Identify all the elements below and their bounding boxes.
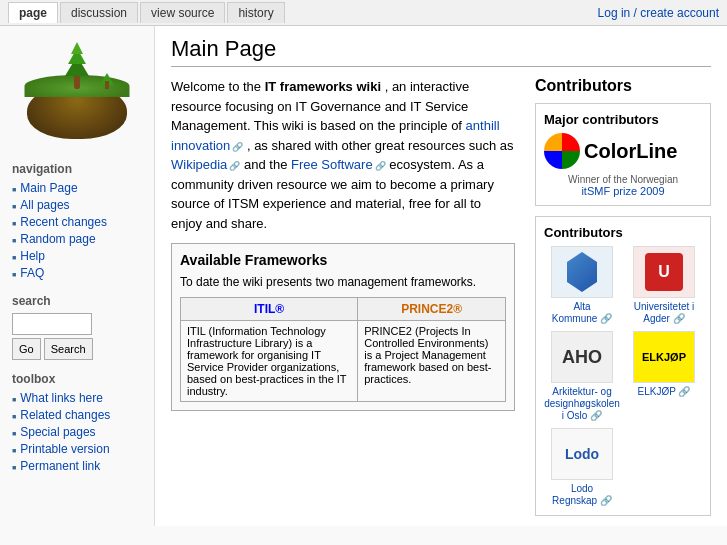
nav-link-recentchanges[interactable]: Recent changes xyxy=(20,215,107,229)
nav-item-recentchanges[interactable]: Recent changes xyxy=(12,214,142,229)
toolbox-item-relatedchanges[interactable]: Related changes xyxy=(12,407,142,422)
toolbox-section: toolbox What links here Related changes … xyxy=(0,364,154,479)
main-body: Welcome to the IT frameworks wiki , an i… xyxy=(171,77,711,516)
tab-history[interactable]: history xyxy=(227,2,284,23)
colorline-prize[interactable]: itSMF prize 2009 xyxy=(544,185,702,197)
search-input[interactable] xyxy=(12,313,92,335)
toolbox-link-printable[interactable]: Printable version xyxy=(20,442,109,456)
major-title: Major contributors xyxy=(544,112,702,127)
alta-name[interactable]: AltaKommune 🔗 xyxy=(552,301,612,325)
frameworks-box: Available Frameworks To date the wiki pr… xyxy=(171,243,515,411)
nav-link-allpages[interactable]: All pages xyxy=(20,198,69,212)
intro2: , as shared with other great resources s… xyxy=(247,138,514,153)
nav-link-faq[interactable]: FAQ xyxy=(20,266,44,280)
toolbox-item-specialpages[interactable]: Special pages xyxy=(12,424,142,439)
fw-table-row: ITIL (Information Technology Infrastruct… xyxy=(181,321,506,402)
tab-bar: page discussion view source history xyxy=(8,2,285,23)
nav-item-faq[interactable]: FAQ xyxy=(12,265,142,280)
logo-area xyxy=(0,34,154,154)
fw-table-header-row: ITIL® PRINCE2® xyxy=(181,298,506,321)
search-section: search Go Search xyxy=(0,286,154,364)
toolbox-link-specialpages[interactable]: Special pages xyxy=(20,425,95,439)
toolbox-link-whatlinks[interactable]: What links here xyxy=(20,391,103,405)
wiki-name-bold: IT frameworks wiki xyxy=(265,79,381,94)
aho-text: AHO xyxy=(562,347,602,368)
aho-name[interactable]: Arkitektur- ogdesignhøgskoleni Oslo 🔗 xyxy=(544,386,620,422)
right-sidebar: Contributors Major contributors ColorLin… xyxy=(531,77,711,516)
wikipedia-link[interactable]: Wikipedia xyxy=(171,157,240,172)
freesoftware-link[interactable]: Free Software xyxy=(291,157,386,172)
aho-logo: AHO xyxy=(551,331,613,383)
toolbox-link-permanent[interactable]: Permanent link xyxy=(20,459,100,473)
tab-view-source[interactable]: view source xyxy=(140,2,225,23)
contrib-item-lodo: Lodo LodoRegnskap 🔗 xyxy=(544,428,620,507)
itil-desc: ITIL (Information Technology Infrastruct… xyxy=(181,321,358,402)
tab-discussion[interactable]: discussion xyxy=(60,2,138,23)
frameworks-desc: To date the wiki presents two management… xyxy=(180,273,506,291)
go-button[interactable]: Go xyxy=(12,338,41,360)
contributors-grid: AltaKommune 🔗 U Universitetet iAgder 🔗 xyxy=(544,246,702,507)
prince2-desc: PRINCE2 (Projects In Controlled Environm… xyxy=(358,321,506,402)
tree-trunk xyxy=(74,75,80,89)
layout: navigation Main Page All pages Recent ch… xyxy=(0,26,727,526)
intro-text: Welcome to the xyxy=(171,79,265,94)
nav-item-help[interactable]: Help xyxy=(12,248,142,263)
nav-item-allpages[interactable]: All pages xyxy=(12,197,142,212)
floating-island xyxy=(22,44,132,139)
contributors-section-title: Contributors xyxy=(544,225,702,240)
nav-link-mainpage[interactable]: Main Page xyxy=(20,181,77,195)
elkjop-logo: ELKJØP xyxy=(633,331,695,383)
colorline-logo: ColorLine xyxy=(544,133,702,169)
frameworks-table: ITIL® PRINCE2® ITIL (Information Technol… xyxy=(180,297,506,402)
elkjop-text: ELKJØP xyxy=(642,351,686,363)
contrib-item-elkjop: ELKJØP ELKJØP 🔗 xyxy=(626,331,702,422)
search-row: Go Search xyxy=(12,338,142,360)
sidebar: navigation Main Page All pages Recent ch… xyxy=(0,26,155,526)
main-text: Welcome to the IT frameworks wiki , an i… xyxy=(171,77,515,516)
tree-small xyxy=(100,73,114,89)
nav-item-mainpage[interactable]: Main Page xyxy=(12,180,142,195)
tab-page[interactable]: page xyxy=(8,2,58,23)
major-contributors-box: Major contributors ColorLine Winner of t… xyxy=(535,103,711,206)
contributors-box: Contributors AltaKommune 🔗 U xyxy=(535,216,711,516)
nav-link-help[interactable]: Help xyxy=(20,249,45,263)
toolbox-list: What links here Related changes Special … xyxy=(12,390,142,473)
search-title: search xyxy=(12,294,142,308)
tree-leaf3 xyxy=(71,42,83,54)
intro3: and the xyxy=(244,157,291,172)
elkjop-name[interactable]: ELKJØP 🔗 xyxy=(638,386,691,398)
toolbox-item-permanent[interactable]: Permanent link xyxy=(12,458,142,473)
user-link[interactable]: Log in / create account xyxy=(598,6,719,20)
toolbox-link-relatedchanges[interactable]: Related changes xyxy=(20,408,110,422)
contrib-item-alta: AltaKommune 🔗 xyxy=(544,246,620,325)
frameworks-title: Available Frameworks xyxy=(180,252,506,268)
toolbox-item-whatlinks[interactable]: What links here xyxy=(12,390,142,405)
univ-logo: U xyxy=(633,246,695,298)
colorline-text: ColorLine xyxy=(584,140,677,163)
search-button[interactable]: Search xyxy=(44,338,93,360)
prince2-header: PRINCE2® xyxy=(358,298,506,321)
contributors-main-title: Contributors xyxy=(535,77,711,95)
itil-header: ITIL® xyxy=(181,298,358,321)
contrib-item-aho: AHO Arkitektur- ogdesignhøgskoleni Oslo … xyxy=(544,331,620,422)
page-title: Main Page xyxy=(171,36,711,67)
contrib-item-univ: U Universitetet iAgder 🔗 xyxy=(626,246,702,325)
univ-name[interactable]: Universitetet iAgder 🔗 xyxy=(634,301,695,325)
lodo-logo: Lodo xyxy=(551,428,613,480)
lodo-text: Lodo xyxy=(565,446,599,462)
navigation-list: Main Page All pages Recent changes Rando… xyxy=(12,180,142,280)
colorline-icon xyxy=(544,133,580,169)
lodo-name[interactable]: LodoRegnskap 🔗 xyxy=(552,483,612,507)
univ-shape: U xyxy=(645,253,683,291)
top-bar: page discussion view source history Log … xyxy=(0,0,727,26)
nav-link-randompage[interactable]: Random page xyxy=(20,232,95,246)
ts-trunk xyxy=(105,81,109,89)
navigation-section: navigation Main Page All pages Recent ch… xyxy=(0,154,154,286)
toolbox-title: toolbox xyxy=(12,372,142,386)
toolbox-item-printable[interactable]: Printable version xyxy=(12,441,142,456)
nav-item-randompage[interactable]: Random page xyxy=(12,231,142,246)
navigation-title: navigation xyxy=(12,162,142,176)
main-content: Main Page Welcome to the IT frameworks w… xyxy=(155,26,727,526)
colorline-winner: Winner of the Norwegian xyxy=(544,174,702,185)
alta-logo xyxy=(551,246,613,298)
